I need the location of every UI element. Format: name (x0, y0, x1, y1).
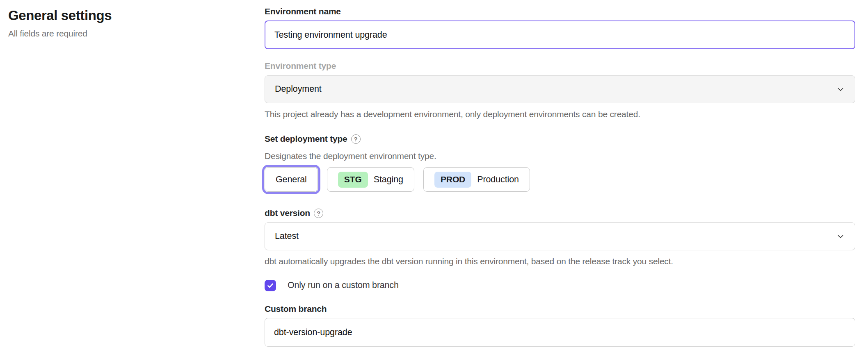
environment-name-input[interactable]: Testing environment upgrade (265, 20, 855, 49)
environment-type-value: Deployment (275, 84, 322, 94)
environment-type-helper: This project already has a development e… (265, 109, 855, 119)
deployment-type-description: Designates the deployment environment ty… (265, 151, 855, 161)
general-button-label: General (276, 175, 307, 185)
deployment-type-label: Set deployment type (265, 133, 347, 145)
settings-header-column: General settings All fields are required (0, 0, 265, 354)
deployment-type-staging-button[interactable]: STG Staging (327, 167, 414, 192)
staging-button-label: Staging (374, 175, 403, 185)
environment-type-label: Environment type (265, 60, 855, 72)
custom-branch-label: Custom branch (265, 303, 855, 315)
custom-branch-checkbox[interactable] (265, 280, 276, 291)
checkmark-icon (267, 282, 274, 289)
production-badge: PROD (434, 172, 471, 188)
custom-branch-input[interactable]: dbt-version-upgrade (265, 318, 855, 347)
dbt-version-helper: dbt automatically upgrades the dbt versi… (265, 256, 855, 266)
deployment-type-production-button[interactable]: PROD Production (423, 167, 530, 192)
deployment-type-options: General STG Staging PROD Production (265, 167, 855, 192)
page-title: General settings (8, 7, 265, 24)
help-icon[interactable]: ? (314, 209, 323, 218)
dbt-version-label: dbt version (265, 207, 310, 219)
custom-branch-field: Custom branch dbt-version-upgrade (265, 303, 855, 347)
production-button-label: Production (477, 175, 519, 185)
dbt-version-field: dbt version ? Latest dbt automatically u… (265, 207, 855, 266)
dbt-version-select[interactable]: Latest (265, 222, 855, 250)
chevron-down-icon (836, 85, 845, 94)
dbt-version-value: Latest (275, 231, 299, 241)
environment-settings-page: General settings All fields are required… (0, 0, 868, 354)
custom-branch-checkbox-row: Only run on a custom branch (265, 280, 855, 291)
chevron-down-icon (836, 232, 845, 241)
help-icon[interactable]: ? (351, 134, 361, 144)
deployment-type-field: Set deployment type ? Designates the dep… (265, 133, 855, 192)
custom-branch-value: dbt-version-upgrade (274, 327, 352, 338)
deployment-type-general-button[interactable]: General (265, 167, 318, 192)
environment-name-value: Testing environment upgrade (274, 30, 387, 40)
staging-badge: STG (338, 172, 368, 188)
settings-form: Environment name Testing environment upg… (265, 0, 855, 354)
environment-name-label: Environment name (265, 6, 855, 17)
environment-type-select[interactable]: Deployment (265, 75, 855, 103)
environment-type-field: Environment type Deployment This project… (265, 60, 855, 119)
page-subtitle: All fields are required (8, 29, 265, 39)
environment-name-field: Environment name Testing environment upg… (265, 6, 855, 49)
custom-branch-checkbox-label[interactable]: Only run on a custom branch (288, 280, 399, 290)
